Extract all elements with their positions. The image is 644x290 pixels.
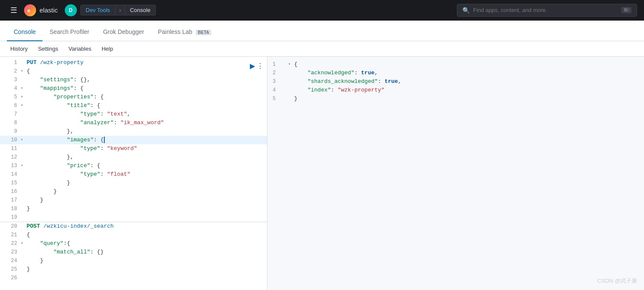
code-line-23: 23 "match_all": {} — [0, 248, 267, 256]
response-code: 1 ▾ { 2 "acknowledged": true, 3 "shards_… — [267, 58, 644, 105]
breadcrumb-separator: › — [115, 5, 125, 15]
search-icon: 🔍 — [462, 7, 470, 14]
global-search-bar[interactable]: 🔍 ⌘/ — [457, 4, 637, 17]
elastic-logo: e elastic — [24, 4, 58, 16]
top-navigation: ☰ e elastic D Dev Tools › Console 🔍 ⌘/ — [0, 0, 644, 21]
subnav-help[interactable]: Help — [98, 43, 117, 55]
tab-painless-lab[interactable]: Painless Lab BETA — [151, 23, 219, 41]
elastic-logo-text: elastic — [39, 6, 58, 14]
code-line-24: 24 } — [0, 256, 267, 265]
code-line-12: 12 }, — [0, 153, 267, 162]
code-editor[interactable]: 1 PUT /wzk-property ▶ ⋮ 2 ▾ { 3 "setting… — [0, 57, 267, 284]
menu-icon: ☰ — [10, 6, 17, 15]
code-line-3: 3 "settings": {}, — [0, 76, 267, 84]
search-shortcut: ⌘/ — [621, 7, 632, 13]
subnav-history[interactable]: History — [7, 43, 31, 55]
editor-left-panel[interactable]: 1 PUT /wzk-property ▶ ⋮ 2 ▾ { 3 "setting… — [0, 57, 267, 290]
global-search-input[interactable] — [473, 7, 621, 13]
tab-navigation: Console Search Profiler Grok Debugger Pa… — [0, 21, 644, 41]
tab-grok-debugger[interactable]: Grok Debugger — [96, 23, 151, 41]
breadcrumb-current-page: Console — [125, 5, 156, 15]
subnav-variables[interactable]: Variables — [65, 43, 94, 55]
resp-line-2: 2 "acknowledged": true, — [267, 69, 644, 77]
hamburger-button[interactable]: ☰ — [7, 4, 21, 17]
svg-text:e: e — [27, 7, 30, 13]
subnav-settings[interactable]: Settings — [34, 43, 61, 55]
resp-line-1: 1 ▾ { — [267, 60, 644, 69]
sub-navigation: History Settings Variables Help — [0, 41, 644, 57]
watermark: CSDN @武子康 — [597, 277, 637, 285]
code-line-7: 7 "type": "text", — [0, 110, 267, 119]
code-line-16: 16 } — [0, 187, 267, 196]
resp-line-5: 5 } — [267, 95, 644, 103]
code-line-2: 2 ▾ { — [0, 67, 267, 76]
tab-console[interactable]: Console — [7, 23, 43, 41]
code-line-1: 1 PUT /wzk-property ▶ ⋮ — [0, 58, 267, 67]
code-line-19: 19 — [0, 213, 267, 222]
tab-search-profiler[interactable]: Search Profiler — [43, 23, 96, 41]
code-line-6: 6 ▾ "title": { — [0, 101, 267, 110]
code-line-8: 8 "analyzer": "ik_max_word" — [0, 119, 267, 127]
code-line-20: 20 POST /wzkicu-index/_search — [0, 222, 267, 231]
code-line-26: 26 — [0, 274, 267, 282]
code-line-13: 13 ▾ "price": { — [0, 162, 267, 170]
code-line-5: 5 ▾ "properties": { — [0, 93, 267, 101]
code-line-9: 9 }, — [0, 127, 267, 136]
breadcrumb-app-link[interactable]: Dev Tools — [80, 5, 116, 15]
code-line-18: 18 } — [0, 205, 267, 213]
breadcrumb: D Dev Tools › Console — [65, 4, 457, 16]
code-line-22: 22 ▾ "query":{ — [0, 239, 267, 248]
code-line-25: 25 } — [0, 265, 267, 274]
resp-line-3: 3 "shards_acknowledged": true, — [267, 77, 644, 86]
code-line-14: 14 "type": "float" — [0, 170, 267, 179]
avatar: D — [65, 4, 77, 16]
elastic-logo-icon: e — [24, 4, 36, 16]
line-number: 1 — [3, 58, 17, 67]
code-line-15: 15 } — [0, 179, 267, 187]
code-line-10: 10 ▾ "images": { — [0, 136, 267, 144]
resp-line-4: 4 "index": "wzk-property" — [267, 86, 644, 95]
beta-badge: BETA — [196, 30, 211, 35]
code-line-11: 11 "type": "keyword" — [0, 144, 267, 153]
code-line-21: 21 { — [0, 231, 267, 239]
code-content: PUT /wzk-property — [27, 58, 264, 67]
code-line-17: 17 } — [0, 196, 267, 205]
response-panel: 1 ▾ { 2 "acknowledged": true, 3 "shards_… — [267, 57, 644, 290]
editor-area: 1 PUT /wzk-property ▶ ⋮ 2 ▾ { 3 "setting… — [0, 57, 644, 290]
code-line-4: 4 ▾ "mappings": { — [0, 84, 267, 93]
